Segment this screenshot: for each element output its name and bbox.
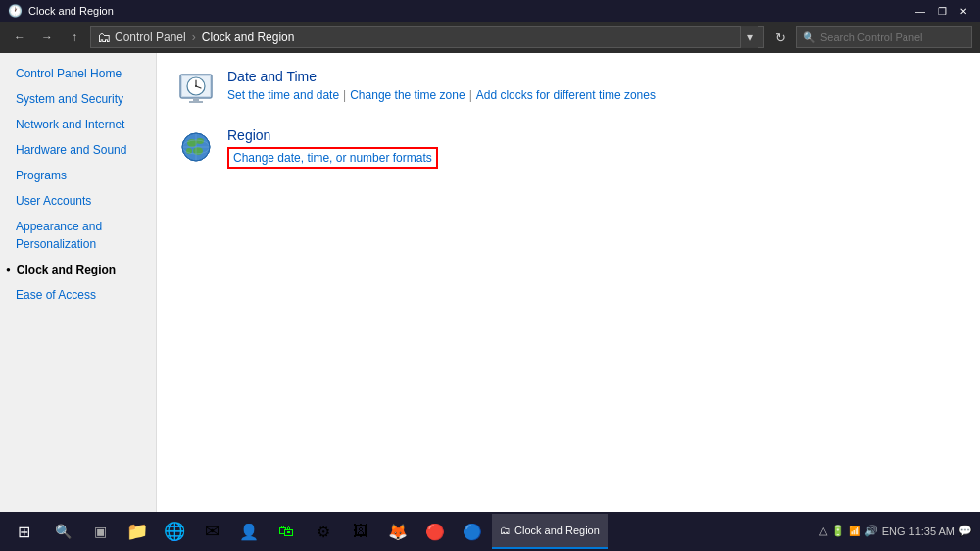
address-box[interactable]: 🗂 Control Panel › Clock and Region ▾ <box>90 26 764 48</box>
search-input[interactable] <box>820 31 965 43</box>
search-icon: 🔍 <box>803 31 816 44</box>
taskbar-app-misc[interactable]: 🔵 <box>455 514 490 549</box>
restore-button[interactable]: ❐ <box>933 3 951 19</box>
taskbar-app-mail[interactable]: ✉ <box>194 514 229 549</box>
start-button[interactable]: ⊞ <box>4 512 43 551</box>
svg-point-5 <box>195 85 197 87</box>
taskbar-app-vlc[interactable]: 🔴 <box>417 514 453 549</box>
address-dropdown-button[interactable]: ▾ <box>740 26 758 48</box>
up-button[interactable]: ↑ <box>63 25 86 49</box>
tray-volume[interactable]: 🔊 <box>864 525 878 537</box>
sidebar: Control Panel Home System and Security N… <box>0 53 157 512</box>
sidebar-item-user-accounts[interactable]: User Accounts <box>0 188 156 214</box>
link-sep-2: | <box>469 88 472 102</box>
sidebar-item-network-internet[interactable]: Network and Internet <box>0 112 156 137</box>
taskbar-search-icon: 🔍 <box>55 524 72 539</box>
taskbar-app-store[interactable]: 🛍 <box>269 514 304 549</box>
taskbar-active-icon: 🗂 <box>500 525 511 536</box>
tray-chevron[interactable]: △ <box>819 525 827 537</box>
taskbar-active-label: Clock and Region <box>514 525 600 536</box>
taskbar-app-people[interactable]: 👤 <box>231 514 267 549</box>
tray-network[interactable]: 📶 <box>849 526 860 536</box>
sidebar-item-hardware-sound[interactable]: Hardware and Sound <box>0 137 156 163</box>
sidebar-item-control-panel-home[interactable]: Control Panel Home <box>0 61 156 86</box>
taskbar-app-firefox[interactable]: 🦊 <box>380 514 416 549</box>
sidebar-item-ease-access[interactable]: Ease of Access <box>0 282 156 308</box>
search-box[interactable]: 🔍 <box>796 26 972 48</box>
change-time-zone-link[interactable]: Change the time zone <box>350 88 465 102</box>
date-time-title: Date and Time <box>227 69 960 84</box>
taskbar-app-explorer[interactable]: 📁 <box>120 514 155 549</box>
svg-rect-6 <box>193 98 199 101</box>
date-time-icon <box>176 69 216 108</box>
region-content: Region Change date, time, or number form… <box>227 127 960 169</box>
window-title: Clock and Region <box>28 5 911 17</box>
close-button[interactable]: ✕ <box>955 3 972 19</box>
main-layout: Control Panel Home System and Security N… <box>0 53 980 512</box>
title-bar-controls: — ❐ ✕ <box>911 3 972 19</box>
sidebar-item-clock-region[interactable]: Clock and Region <box>0 257 156 282</box>
back-button[interactable]: ← <box>8 25 31 49</box>
taskbar-time[interactable]: 11:35 AM <box>909 525 955 538</box>
system-tray: △ 🔋 📶 🔊 ENG 11:35 AM 💬 <box>815 525 976 538</box>
taskbar-search-button[interactable]: 🔍 <box>45 514 80 549</box>
add-clocks-link[interactable]: Add clocks for different time zones <box>476 88 656 102</box>
date-time-content: Date and Time Set the time and date | Ch… <box>227 69 960 102</box>
taskbar-app-photos[interactable]: 🖼 <box>343 514 378 549</box>
change-formats-link[interactable]: Change date, time, or number formats <box>227 147 438 169</box>
content-area: Date and Time Set the time and date | Ch… <box>157 53 980 512</box>
region-title: Region <box>227 127 960 143</box>
region-icon <box>176 127 216 167</box>
taskbar-task-view-button[interactable]: ▣ <box>82 514 118 549</box>
taskbar-active-window[interactable]: 🗂 Clock and Region <box>492 514 608 549</box>
address-bar: ← → ↑ 🗂 Control Panel › Clock and Region… <box>0 22 980 53</box>
taskbar-app-edge[interactable]: 🌐 <box>157 514 192 549</box>
sidebar-item-appearance[interactable]: Appearance and Personalization <box>0 214 156 257</box>
minimize-button[interactable]: — <box>911 3 929 19</box>
sidebar-item-system-security[interactable]: System and Security <box>0 86 156 112</box>
refresh-button[interactable]: ↻ <box>768 25 792 49</box>
forward-button[interactable]: → <box>35 25 59 49</box>
tray-battery[interactable]: 🔋 <box>831 525 845 537</box>
sidebar-item-programs[interactable]: Programs <box>0 163 156 188</box>
folder-icon: 🗂 <box>97 29 111 45</box>
svg-rect-7 <box>189 101 203 103</box>
start-icon: ⊞ <box>18 523 30 541</box>
breadcrumb-separator: › <box>192 30 196 44</box>
window-icon: 🕐 <box>8 4 23 18</box>
date-time-links: Set the time and date | Change the time … <box>227 88 960 102</box>
date-time-section: Date and Time Set the time and date | Ch… <box>176 69 960 108</box>
region-links: Change date, time, or number formats <box>227 147 960 169</box>
tray-lang[interactable]: ENG <box>882 526 906 537</box>
link-sep-1: | <box>343 88 346 102</box>
breadcrumb-item-1[interactable]: Control Panel <box>115 30 186 44</box>
set-time-date-link[interactable]: Set the time and date <box>227 88 339 102</box>
region-section: Region Change date, time, or number form… <box>176 127 960 169</box>
taskbar-app-settings[interactable]: ⚙ <box>306 514 341 549</box>
title-bar: 🕐 Clock and Region — ❐ ✕ <box>0 0 980 22</box>
task-view-icon: ▣ <box>94 524 107 539</box>
tray-notification[interactable]: 💬 <box>958 525 972 537</box>
breadcrumb-item-2: Clock and Region <box>202 30 295 44</box>
taskbar: ⊞ 🔍 ▣ 📁 🌐 ✉ 👤 🛍 ⚙ 🖼 🦊 🔴 🔵 🗂 Clock and Re… <box>0 512 980 551</box>
